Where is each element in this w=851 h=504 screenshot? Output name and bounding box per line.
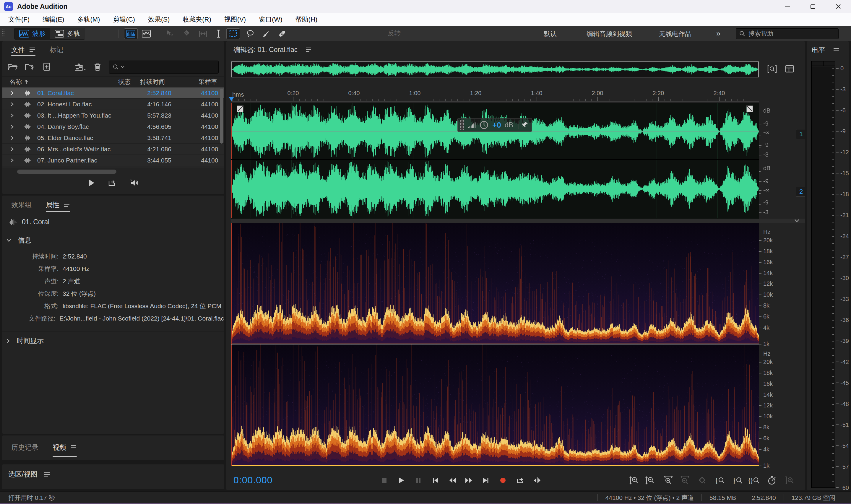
column-divider[interactable] xyxy=(195,78,195,86)
rewind-button[interactable] xyxy=(447,475,458,485)
gain-hud[interactable]: +0 dB xyxy=(457,118,532,132)
loop-playback-icon[interactable] xyxy=(108,179,116,187)
panel-menu-icon[interactable] xyxy=(64,202,70,208)
chevron-right-icon[interactable] xyxy=(10,158,14,163)
zoom-in-point-button[interactable]: { xyxy=(714,475,727,486)
zoom-out-vertical-button[interactable] xyxy=(644,475,656,486)
minimize-button[interactable] xyxy=(775,0,800,13)
import-file-icon[interactable] xyxy=(25,63,35,71)
selection-view-header[interactable]: 选区/视图 xyxy=(2,464,224,484)
fade-in-handle[interactable] xyxy=(237,106,243,112)
paintbrush-selection-tool-button[interactable] xyxy=(259,29,273,39)
lasso-selection-tool-button[interactable] xyxy=(243,29,257,39)
info-section-header[interactable]: 信息 xyxy=(2,231,224,250)
pause-button[interactable] xyxy=(413,475,424,485)
chevron-right-icon[interactable] xyxy=(10,147,14,151)
tab-markers[interactable]: 标记 xyxy=(50,41,63,58)
zoom-full-button[interactable] xyxy=(783,475,796,486)
spectral-channel-2[interactable] xyxy=(231,344,759,466)
marquee-selection-tool-button[interactable] xyxy=(227,29,240,39)
close-button[interactable] xyxy=(826,0,851,13)
workspace-button[interactable]: 无线电作品 xyxy=(659,30,691,38)
horizontal-scrollbar[interactable] xyxy=(2,168,224,175)
table-row[interactable]: 06. Mrs...ofield's Waltz.flac4:21.086441… xyxy=(2,144,224,155)
spot-healing-brush-tool-button[interactable] xyxy=(275,29,289,39)
workspace-button[interactable]: 编辑音频到视频 xyxy=(586,30,632,38)
timer-button[interactable] xyxy=(765,475,778,486)
tab-video[interactable]: 视频 xyxy=(53,435,77,459)
vertical-scrollbar[interactable] xyxy=(220,89,223,144)
chevron-down-icon[interactable] xyxy=(794,219,800,222)
column-duration[interactable]: 持续时间 xyxy=(140,78,165,86)
chevron-right-icon[interactable] xyxy=(10,124,14,129)
table-row[interactable]: 03. It ...Happen To You.flac5:57.8234410… xyxy=(2,110,224,121)
record-button[interactable] xyxy=(497,475,509,485)
display-settings-icon[interactable] xyxy=(785,65,794,73)
panel-menu-icon[interactable] xyxy=(70,445,77,450)
zoom-navigator-icon[interactable] xyxy=(767,65,777,73)
zoom-in-horizontal-button[interactable] xyxy=(662,475,675,486)
slip-tool-button[interactable] xyxy=(180,29,193,39)
tab-properties[interactable]: 属性 xyxy=(46,196,70,214)
hud-drag-handle-icon[interactable] xyxy=(460,120,464,130)
menu-item[interactable]: 编辑(E) xyxy=(36,13,71,26)
channel-1-badge[interactable]: 1 xyxy=(796,129,805,139)
maximize-button[interactable] xyxy=(800,0,826,13)
loop-playback-button[interactable] xyxy=(514,475,526,485)
workspace-overflow-button[interactable]: » xyxy=(716,29,720,38)
tab-history[interactable]: 历史记录 xyxy=(11,435,38,459)
chevron-right-icon[interactable] xyxy=(10,102,14,107)
overview-strip[interactable] xyxy=(231,61,759,77)
reverse-button[interactable]: 反转 xyxy=(388,29,401,38)
menu-item[interactable]: 帮助(H) xyxy=(289,13,324,26)
menu-item[interactable]: 剪辑(C) xyxy=(106,13,142,26)
spectral-display-toggle[interactable] xyxy=(140,29,153,39)
splitter-grip-icon[interactable] xyxy=(500,220,536,222)
view-splitter[interactable] xyxy=(231,219,805,223)
play-button[interactable] xyxy=(395,475,407,485)
zoom-in-vertical-button[interactable] xyxy=(628,475,640,486)
playhead-marker[interactable] xyxy=(229,97,234,101)
help-search-input[interactable] xyxy=(748,30,835,37)
table-row[interactable]: 04. Danny Boy.flac4:56.60544100 xyxy=(2,121,224,132)
new-file-icon[interactable] xyxy=(42,62,53,72)
clip-indicators[interactable] xyxy=(812,61,835,66)
open-file-icon[interactable] xyxy=(8,63,18,71)
tab-effects-rack[interactable]: 效果组 xyxy=(11,196,32,214)
zoom-out-point-button[interactable]: } xyxy=(731,475,745,486)
tab-files[interactable]: 文件 xyxy=(11,41,35,58)
chevron-right-icon[interactable] xyxy=(10,113,14,118)
fast-forward-button[interactable] xyxy=(463,475,474,485)
column-divider[interactable] xyxy=(137,78,137,86)
skip-selection-button[interactable] xyxy=(531,475,543,485)
panel-menu-icon[interactable] xyxy=(29,47,35,52)
spectral-display[interactable] xyxy=(231,223,759,466)
channel-2-badge[interactable]: 2 xyxy=(796,187,805,197)
move-tool-button[interactable] xyxy=(163,29,177,39)
table-row[interactable]: 01. Coral.flac2:52.84044100 xyxy=(2,87,224,99)
menu-item[interactable]: 窗口(W) xyxy=(252,13,289,26)
stop-button[interactable] xyxy=(378,475,390,485)
table-row[interactable]: 07. Junco Partner.flac3:44.05544100 xyxy=(2,155,224,166)
time-display-section-header[interactable]: 时间显示 xyxy=(2,331,224,350)
table-row[interactable]: 05. Elder Dance.flac3:58.74144100 xyxy=(2,132,224,144)
menu-item[interactable]: 多轨(M) xyxy=(71,13,106,26)
fade-out-handle[interactable] xyxy=(746,106,753,112)
insert-into-multitrack-icon[interactable] xyxy=(74,62,86,72)
panel-menu-icon[interactable] xyxy=(305,47,312,52)
level-meter[interactable] xyxy=(811,61,835,488)
time-display[interactable]: 0:00.000 xyxy=(233,475,273,486)
gain-knob-icon[interactable] xyxy=(479,120,489,130)
workspace-button[interactable]: 默认 xyxy=(544,30,557,38)
column-status[interactable]: 状态 xyxy=(118,78,131,86)
preview-play-icon[interactable] xyxy=(88,179,95,187)
column-name[interactable]: 名称 xyxy=(10,78,29,86)
skip-to-start-button[interactable] xyxy=(430,475,441,485)
column-divider[interactable] xyxy=(115,78,115,86)
gain-value[interactable]: +0 xyxy=(492,121,501,130)
waveform-display-toggle[interactable] xyxy=(124,29,138,39)
menu-item[interactable]: 视图(V) xyxy=(218,13,252,26)
zoom-reset-button[interactable] xyxy=(695,475,709,486)
zoom-selection-button[interactable]: {} xyxy=(747,475,761,486)
menu-item[interactable]: 效果(S) xyxy=(142,13,176,26)
